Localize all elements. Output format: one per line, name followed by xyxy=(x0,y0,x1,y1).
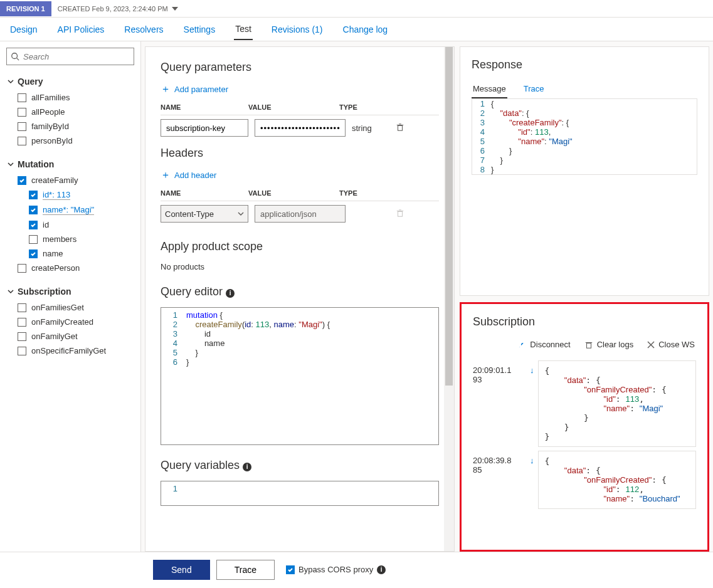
col-value: VALUE xyxy=(248,189,339,197)
subscription-actions: Disconnect Clear logs Close WS xyxy=(473,337,696,357)
trash-icon[interactable] xyxy=(396,123,404,134)
section-mutation[interactable]: Mutation xyxy=(8,159,134,169)
response-body[interactable]: 1{ 2 "data": { 3 "createFamily": { 4 "id… xyxy=(472,99,697,175)
query-familybyid[interactable]: familyById xyxy=(6,119,134,134)
tab-design[interactable]: Design xyxy=(9,19,39,39)
header-value-input[interactable] xyxy=(255,205,346,223)
checkbox[interactable] xyxy=(29,235,38,244)
checkbox[interactable] xyxy=(18,108,26,117)
param-type: string xyxy=(352,123,389,133)
info-icon[interactable]: i xyxy=(226,289,235,298)
header-name-select[interactable]: Content-Type xyxy=(161,205,248,223)
section-query-title: Query xyxy=(18,76,43,87)
mutation-createfamily[interactable]: createFamily xyxy=(6,173,134,187)
bypass-cors-checkbox[interactable]: Bypass CORS proxy i xyxy=(286,565,386,574)
arrow-down-icon: ↓ xyxy=(530,360,534,447)
checkbox[interactable] xyxy=(29,249,38,258)
disconnect-icon xyxy=(517,340,526,349)
tab-test[interactable]: Test xyxy=(234,19,253,40)
chevron-down-icon xyxy=(8,288,14,295)
label: createPerson xyxy=(31,263,80,273)
chevron-down-icon xyxy=(8,161,14,167)
disconnect-button[interactable]: Disconnect xyxy=(517,340,570,349)
tab-revisions[interactable]: Revisions (1) xyxy=(270,19,324,39)
tab-change-log[interactable]: Change log xyxy=(342,19,389,39)
sub-onfamilycreated[interactable]: onFamilyCreated xyxy=(6,315,134,329)
scrollbar[interactable] xyxy=(444,47,454,551)
section-query[interactable]: Query xyxy=(8,76,134,87)
checkbox[interactable] xyxy=(18,93,26,102)
revision-created[interactable]: CREATED Feb 9, 2023, 2:24:40 PM xyxy=(51,5,184,13)
close-ws-button[interactable]: Close WS xyxy=(647,340,695,349)
log-body[interactable]: { "data": { "onFamilyCreated": { "id": 1… xyxy=(538,451,697,509)
checkbox[interactable] xyxy=(286,565,295,574)
arg-name[interactable]: name*: "Magi" xyxy=(6,202,134,218)
info-icon[interactable]: i xyxy=(377,565,386,574)
response-tab-trace[interactable]: Trace xyxy=(522,80,546,98)
checkbox[interactable] xyxy=(29,191,38,199)
add-header[interactable]: ＋Add header xyxy=(161,169,216,182)
info-icon[interactable]: i xyxy=(243,463,251,471)
field-name[interactable]: name xyxy=(6,246,134,261)
log-time: 20:08:39.885 xyxy=(473,451,526,509)
query-editor[interactable]: 1mutation { 2 createFamily(id: 113, name… xyxy=(161,307,439,445)
tab-api-policies[interactable]: API Policies xyxy=(56,19,106,39)
response-panel: Response Message Trace 1{ 2 "data": { 3 … xyxy=(460,46,709,296)
query-allfamilies[interactable]: allFamilies xyxy=(6,90,134,105)
mutation-createperson[interactable]: createPerson xyxy=(6,261,134,275)
checkbox[interactable] xyxy=(29,221,38,229)
tab-resolvers[interactable]: Resolvers xyxy=(123,19,164,39)
param-name-input[interactable] xyxy=(161,119,248,137)
add-parameter[interactable]: ＋Add parameter xyxy=(161,83,228,96)
variables-editor[interactable]: 1 xyxy=(161,481,439,506)
variables-title: Query variables i xyxy=(161,459,439,472)
header-row: Content-Type xyxy=(161,201,439,226)
col-type: TYPE xyxy=(339,189,377,197)
query-allpeople[interactable]: allPeople xyxy=(6,105,134,119)
trace-button[interactable]: Trace xyxy=(216,560,275,580)
sub-onfamilyget[interactable]: onFamilyGet xyxy=(6,329,134,344)
sub-onfamiliesget[interactable]: onFamiliesGet xyxy=(6,300,134,315)
label: allPeople xyxy=(31,107,65,117)
trash-icon[interactable] xyxy=(396,209,404,219)
svg-line-1 xyxy=(17,58,19,61)
search-box[interactable] xyxy=(6,48,134,65)
label: onSpecificFamilyGet xyxy=(31,346,106,355)
checkbox[interactable] xyxy=(18,176,26,185)
checkbox[interactable] xyxy=(18,122,26,131)
checkbox[interactable] xyxy=(18,137,26,145)
checkbox[interactable] xyxy=(18,303,26,312)
sub-onspecificfamilyget[interactable]: onSpecificFamilyGet xyxy=(6,344,134,358)
checkbox[interactable] xyxy=(18,318,26,327)
checkbox[interactable] xyxy=(29,206,38,214)
checkbox[interactable] xyxy=(18,332,26,341)
search-input[interactable] xyxy=(23,52,130,61)
section-subscription[interactable]: Subscription xyxy=(8,286,134,297)
arg-id[interactable]: id*: 113 xyxy=(6,187,134,202)
subscription-panel: Subscription Disconnect Clear logs Close… xyxy=(460,302,709,552)
label: name xyxy=(43,249,63,258)
send-button[interactable]: Send xyxy=(153,560,210,580)
arg-name-link[interactable]: name*: "Magi" xyxy=(43,205,94,215)
label: createFamily xyxy=(31,176,78,185)
headers-title: Headers xyxy=(161,147,439,160)
svg-point-0 xyxy=(12,53,18,59)
label: onFamiliesGet xyxy=(31,303,84,312)
field-id[interactable]: id xyxy=(6,218,134,232)
col-name: NAME xyxy=(161,103,248,111)
arg-id-link[interactable]: id*: 113 xyxy=(43,190,70,200)
response-tab-message[interactable]: Message xyxy=(472,80,507,98)
field-members[interactable]: members xyxy=(6,232,134,246)
checkbox[interactable] xyxy=(18,347,26,355)
chevron-down-icon xyxy=(238,211,244,217)
log-entry-2: 20:08:39.885 ↓ { "data": { "onFamilyCrea… xyxy=(473,451,696,509)
scrollbar-thumb[interactable] xyxy=(445,47,453,386)
query-personbyid[interactable]: personById xyxy=(6,134,134,148)
param-value-input[interactable] xyxy=(255,119,346,137)
svg-rect-8 xyxy=(586,343,591,348)
trash-icon xyxy=(584,340,593,349)
checkbox[interactable] xyxy=(18,264,26,273)
tab-settings[interactable]: Settings xyxy=(182,19,217,39)
log-body[interactable]: { "data": { "onFamilyCreated": { "id": 1… xyxy=(538,360,697,447)
clear-logs-button[interactable]: Clear logs xyxy=(584,340,634,349)
